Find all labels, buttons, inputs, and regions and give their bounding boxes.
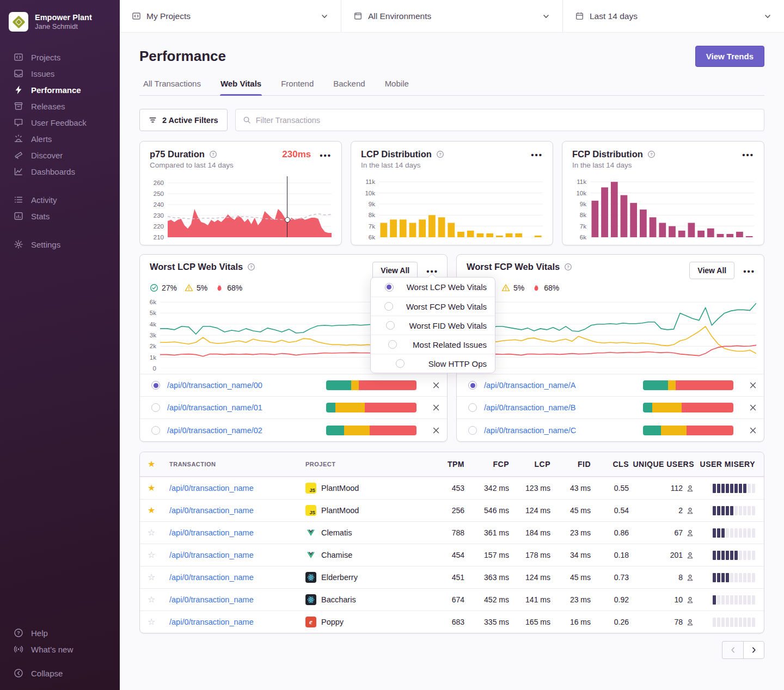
- star-icon[interactable]: ☆: [148, 528, 169, 537]
- help-icon[interactable]: ?: [564, 263, 572, 271]
- transaction-link[interactable]: /api/0/transaction_name: [169, 573, 305, 582]
- transaction-link[interactable]: /api/0/transaction_name/C: [484, 426, 643, 435]
- transaction-link[interactable]: /api/0/transaction_name: [169, 484, 305, 492]
- dropdown-option-slow-http-ops[interactable]: Slow HTTP Ops: [371, 354, 495, 373]
- radio-button[interactable]: [386, 321, 395, 330]
- close-icon[interactable]: [432, 426, 440, 435]
- star-icon[interactable]: ☆: [148, 618, 169, 626]
- sidebar-item-issues[interactable]: Issues: [0, 65, 120, 82]
- project-name[interactable]: PlantMood: [321, 484, 359, 492]
- close-icon[interactable]: [749, 403, 757, 412]
- sidebar-item-user-feedback[interactable]: User Feedback: [0, 114, 120, 131]
- sidebar-item-stats[interactable]: Stats: [0, 208, 120, 224]
- sidebar-item-discover[interactable]: Discover: [0, 147, 120, 163]
- discover-icon: [14, 150, 23, 160]
- radio-button[interactable]: [151, 426, 160, 435]
- sidebar-item-performance[interactable]: Performance: [0, 82, 120, 98]
- tab-web-vitals[interactable]: Web Vitals: [220, 79, 262, 95]
- radio-button[interactable]: [468, 403, 477, 412]
- star-icon[interactable]: ☆: [148, 595, 169, 604]
- selector-my-projects[interactable]: My Projects: [120, 0, 341, 32]
- card-menu-button[interactable]: •••: [743, 266, 755, 275]
- transaction-link[interactable]: /api/0/transaction_name: [169, 618, 305, 626]
- radio-button[interactable]: [384, 302, 393, 311]
- project-name[interactable]: Baccharis: [321, 595, 356, 604]
- star-icon[interactable]: ☆: [148, 573, 169, 582]
- sidebar-item-settings[interactable]: Settings: [0, 236, 120, 252]
- close-icon[interactable]: [749, 381, 757, 390]
- help-icon[interactable]: ?: [647, 150, 656, 158]
- help-icon[interactable]: ?: [247, 263, 255, 271]
- column-header-cls[interactable]: CLS: [591, 460, 629, 469]
- transaction-link[interactable]: /api/0/transaction_name: [169, 551, 305, 559]
- sidebar-item-projects[interactable]: Projects: [0, 49, 120, 65]
- transaction-link[interactable]: /api/0/transaction_name/B: [484, 403, 643, 412]
- star-icon[interactable]: ☆: [148, 551, 169, 559]
- radio-button[interactable]: [151, 403, 160, 412]
- sidebar-item-releases[interactable]: Releases: [0, 98, 120, 114]
- selector-all-environments[interactable]: All Environments: [341, 0, 563, 32]
- radio-button[interactable]: [468, 381, 477, 390]
- transaction-link[interactable]: /api/0/transaction_name/00: [167, 381, 326, 390]
- transaction-link[interactable]: /api/0/transaction_name/01: [167, 403, 326, 412]
- radio-button[interactable]: [468, 426, 477, 435]
- sidebar-item-activity[interactable]: Activity: [0, 192, 120, 208]
- project-name[interactable]: Elderberry: [321, 573, 358, 582]
- transaction-link[interactable]: /api/0/transaction_name: [169, 528, 305, 537]
- tab-mobile[interactable]: Mobile: [384, 79, 409, 95]
- active-filters-button[interactable]: 2 Active Filters: [139, 109, 228, 131]
- close-icon[interactable]: [432, 381, 440, 390]
- column-header-user-misery[interactable]: USER MISERY: [694, 460, 755, 469]
- project-name[interactable]: Clematis: [321, 528, 352, 537]
- sidebar-item-alerts[interactable]: Alerts: [0, 131, 120, 147]
- sidebar-item-help[interactable]: ?Help: [0, 625, 120, 641]
- next-page-button[interactable]: [743, 641, 764, 659]
- transaction-link[interactable]: /api/0/transaction_name/02: [167, 426, 326, 435]
- dropdown-option-most-related-issues[interactable]: Most Related Issues: [371, 335, 495, 354]
- card-menu-button[interactable]: •••: [531, 149, 543, 159]
- search-input[interactable]: [256, 116, 757, 125]
- radio-button[interactable]: [396, 359, 405, 368]
- project-name[interactable]: Poppy: [321, 618, 344, 626]
- close-icon[interactable]: [749, 426, 757, 435]
- sidebar-item-dashboards[interactable]: Dashboards: [0, 163, 120, 180]
- lcp-value: 184 ms: [509, 528, 550, 537]
- column-header-tpm[interactable]: TPM: [430, 460, 464, 469]
- radio-button[interactable]: [151, 381, 160, 390]
- tab-backend[interactable]: Backend: [333, 79, 365, 95]
- transaction-link[interactable]: /api/0/transaction_name: [169, 595, 305, 604]
- org-switcher[interactable]: Empower Plant Jane Schmidt: [0, 8, 120, 35]
- close-icon[interactable]: [432, 403, 440, 412]
- column-header-project[interactable]: PROJECT: [305, 461, 430, 467]
- tab-all-transactions[interactable]: All Transactions: [143, 79, 201, 95]
- selector-last-14-days[interactable]: Last 14 days: [563, 0, 784, 32]
- prev-page-button[interactable]: [722, 641, 743, 659]
- card-menu-button[interactable]: •••: [320, 150, 332, 159]
- help-icon[interactable]: ?: [436, 150, 444, 158]
- project-name[interactable]: Chamise: [321, 551, 352, 559]
- sidebar-item-what-s-new[interactable]: What’s new: [0, 641, 120, 657]
- star-icon[interactable]: ★: [148, 506, 169, 515]
- column-header-fid[interactable]: FID: [550, 460, 591, 469]
- column-header-unique-users[interactable]: UNIQUE USERS: [629, 460, 694, 469]
- dropdown-option-worst-fcp-web-vitals[interactable]: Worst FCP Web Vitals: [371, 297, 495, 316]
- radio-button[interactable]: [388, 340, 397, 349]
- star-icon[interactable]: ★: [148, 460, 169, 469]
- dropdown-option-worst-fid-web-vitals[interactable]: Worst FID Web Vitals: [371, 316, 495, 335]
- project-name[interactable]: PlantMood: [321, 506, 359, 515]
- dropdown-option-worst-lcp-web-vitals[interactable]: Worst LCP Web Vitals: [371, 278, 495, 297]
- star-icon[interactable]: ★: [148, 484, 169, 492]
- transaction-link[interactable]: /api/0/transaction_name/A: [484, 381, 643, 390]
- tab-frontend[interactable]: Frontend: [280, 79, 314, 95]
- feedback-icon: [14, 118, 23, 127]
- column-header-lcp[interactable]: LCP: [509, 460, 550, 469]
- sidebar-item-collapse[interactable]: Collapse: [0, 665, 120, 681]
- view-all-button[interactable]: View All: [689, 262, 734, 279]
- column-header-fcp[interactable]: FCP: [464, 460, 509, 469]
- radio-button[interactable]: [385, 283, 394, 292]
- card-menu-button[interactable]: •••: [742, 149, 754, 159]
- column-header-transaction[interactable]: TRANSACTION: [169, 461, 305, 467]
- help-icon[interactable]: ?: [209, 150, 217, 158]
- transaction-link[interactable]: /api/0/transaction_name: [169, 506, 305, 515]
- view-trends-button[interactable]: View Trends: [695, 46, 764, 67]
